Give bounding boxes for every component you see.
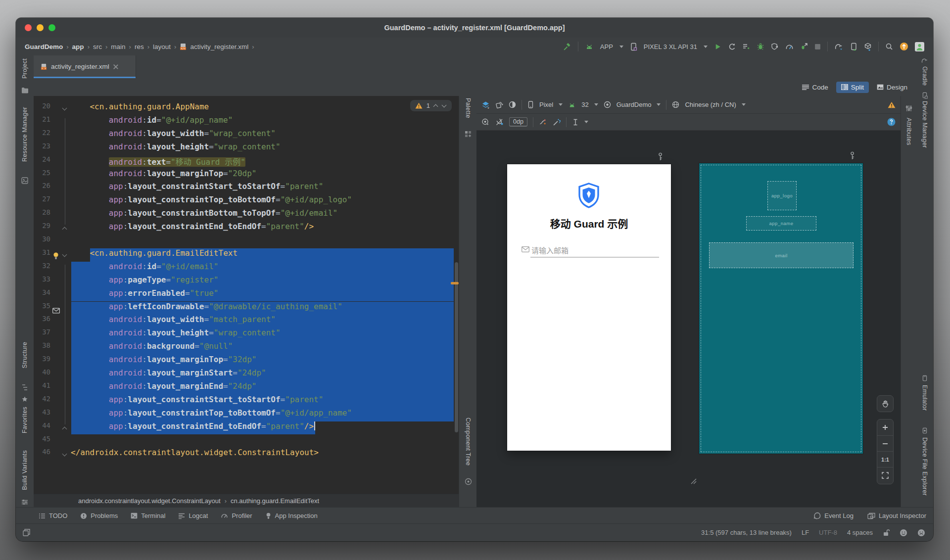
code-line-30[interactable]: 30 (34, 235, 459, 248)
pan-tool-button[interactable] (877, 395, 894, 412)
toolwindow-layout-inspector[interactable]: Layout Inspector (867, 512, 926, 519)
editor-scrollbar[interactable] (455, 262, 458, 432)
avatar[interactable] (915, 42, 924, 51)
build-variants-icon[interactable] (16, 499, 34, 506)
code-line-39[interactable]: 39android:layout_marginTop="32dp" (34, 355, 459, 368)
line-number[interactable]: 26 (34, 182, 50, 189)
breadcrumb-file[interactable]: activity_register.xml (190, 43, 248, 50)
code-line-23[interactable]: 23android:layout_height="wrap_content" (34, 142, 459, 155)
profile-app-icon[interactable] (771, 43, 779, 50)
line-number[interactable]: 35 (34, 302, 50, 310)
clear-constraints-icon[interactable] (539, 118, 547, 126)
api-version-selector[interactable]: 32 (581, 101, 588, 108)
blueprint-box-email[interactable]: email (709, 242, 854, 268)
sidebar-item-resource-manager[interactable]: Resource Manager (16, 107, 34, 162)
line-number[interactable]: 27 (34, 195, 50, 203)
design-canvas[interactable]: 移动 Guard 示例 请输入邮箱 app_logoapp_nameemail (476, 131, 901, 508)
mode-split-button[interactable]: Split (836, 82, 869, 93)
line-number[interactable]: 20 (34, 102, 50, 110)
breadcrumb-res[interactable]: res (135, 43, 144, 50)
next-warning-icon[interactable] (442, 104, 447, 107)
fold-marker-icon[interactable] (62, 106, 67, 111)
line-number[interactable]: 40 (34, 368, 50, 376)
happy-face-icon[interactable] (900, 529, 907, 537)
tab-activity-register-xml[interactable]: activity_register.xml (34, 55, 136, 78)
profiler-icon[interactable] (785, 43, 794, 50)
mode-code-button[interactable]: Code (797, 82, 833, 93)
close-tab-icon[interactable] (113, 64, 118, 69)
line-number[interactable]: 39 (34, 355, 50, 363)
zoom-in-button[interactable] (877, 420, 893, 435)
line-number[interactable]: 28 (34, 208, 50, 216)
chevron-down-icon[interactable] (559, 103, 563, 106)
line-number[interactable]: 44 (34, 421, 50, 429)
emulator-strip-icon[interactable] (916, 375, 933, 382)
run-with-coverage-icon[interactable] (742, 43, 750, 50)
code-line-34[interactable]: 34app:errorEnabled="true" (34, 288, 459, 302)
locale-selector[interactable]: Chinese (zh / CN) (685, 101, 736, 108)
line-number[interactable]: 43 (34, 408, 50, 416)
gradle-elephant-icon[interactable] (916, 57, 933, 64)
code-line-40[interactable]: 40android:layout_marginStart="24dp" (34, 368, 459, 381)
code-line-41[interactable]: 41android:layout_marginEnd="24dp" (34, 381, 459, 395)
device-file-explorer-strip-icon[interactable] (916, 427, 933, 434)
layout-warning-icon[interactable] (888, 101, 896, 108)
breadcrumb-app[interactable]: app (72, 43, 84, 50)
code-line-27[interactable]: 27app:layout_constraintTop_toBottomOf="@… (34, 195, 459, 208)
code-line-43[interactable]: 43app:layout_constraintTop_toBottomOf="@… (34, 408, 459, 421)
breadcrumb-src[interactable]: src (93, 43, 102, 50)
line-number[interactable]: 25 (34, 169, 50, 177)
code-line-25[interactable]: 25android:layout_marginTop="20dp" (34, 169, 459, 182)
sidebar-item-favorites[interactable]: Favorites (16, 407, 34, 433)
line-number[interactable]: 42 (34, 395, 50, 403)
sidebar-item-emulator[interactable]: Emulator (916, 385, 933, 411)
file-encoding[interactable]: UTF-8 (819, 529, 837, 536)
breadcrumb-project[interactable]: GuardDemo (25, 43, 63, 50)
code-line-42[interactable]: 42app:layout_constraintStart_toStartOf="… (34, 395, 459, 408)
code-line-35[interactable]: 35app:leftIconDrawable="@drawable/ic_aut… (34, 302, 459, 315)
star-icon[interactable] (16, 396, 34, 403)
breadcrumb-main[interactable]: main (111, 43, 125, 50)
line-number[interactable]: 29 (34, 222, 50, 230)
breadcrumb-layout[interactable]: layout (153, 43, 171, 50)
previous-warning-icon[interactable] (434, 104, 438, 107)
toolwindow-profiler[interactable]: Profiler (221, 512, 252, 519)
sidebar-item-structure[interactable]: Structure (16, 342, 34, 368)
debug-icon[interactable] (757, 43, 764, 50)
device-selector[interactable]: PIXEL 3 XL API 31 (644, 43, 697, 50)
sidebar-item-project[interactable]: Project (16, 58, 34, 79)
default-margin-selector[interactable]: 0dp (509, 117, 527, 127)
tab-attributes[interactable]: Attributes (901, 118, 917, 145)
search-everywhere-icon[interactable] (885, 43, 893, 50)
error-stripe-mark[interactable] (451, 282, 459, 284)
toolwindow-logcat[interactable]: Logcat (178, 512, 208, 519)
build-hammer-icon[interactable] (563, 43, 571, 51)
zoom-one-to-one-button[interactable]: 1:1 (877, 451, 893, 467)
toolwindow-todo[interactable]: TODO (39, 512, 67, 519)
fold-marker-icon[interactable] (62, 452, 67, 457)
code-line-21[interactable]: 21android:id="@+id/app_name" (34, 115, 459, 129)
orientation-icon[interactable] (495, 101, 503, 109)
update-available-icon[interactable] (900, 42, 908, 51)
blueprint-screen[interactable]: app_logoapp_nameemail (699, 163, 863, 454)
code-line-28[interactable]: 28app:layout_constraintBottom_toTopOf="@… (34, 208, 459, 222)
code-line-24[interactable]: 24android:text="移动 Guard 示例" (34, 155, 459, 169)
line-number[interactable]: 24 (34, 155, 50, 163)
code-line-20[interactable]: 20<cn.authing.guard.AppName (34, 102, 459, 115)
line-number[interactable]: 31 (34, 248, 50, 256)
sidebar-item-device-file-explorer[interactable]: Device File Explorer (916, 437, 933, 496)
code-line-26[interactable]: 26app:layout_constraintStart_toStartOf="… (34, 182, 459, 195)
sidebar-item-device-manager[interactable]: Device Manager (916, 101, 933, 148)
line-number[interactable]: 45 (34, 435, 50, 443)
pack-align-icon[interactable] (572, 118, 579, 126)
palette-icon[interactable] (459, 131, 477, 138)
caret-position[interactable]: 31:5 (597 chars, 13 line breaks) (701, 529, 792, 536)
chevron-down-icon[interactable] (657, 103, 661, 106)
chevron-down-icon[interactable] (704, 46, 708, 48)
email-input-placeholder[interactable]: 请输入邮箱 (531, 245, 569, 255)
toolwindow-problems[interactable]: Problems (80, 512, 118, 519)
line-number[interactable]: 32 (34, 262, 50, 270)
sdk-manager-icon[interactable] (864, 43, 872, 51)
tab-palette[interactable]: Palette (459, 98, 477, 118)
code-line-38[interactable]: 38android:background="@null" (34, 341, 459, 355)
